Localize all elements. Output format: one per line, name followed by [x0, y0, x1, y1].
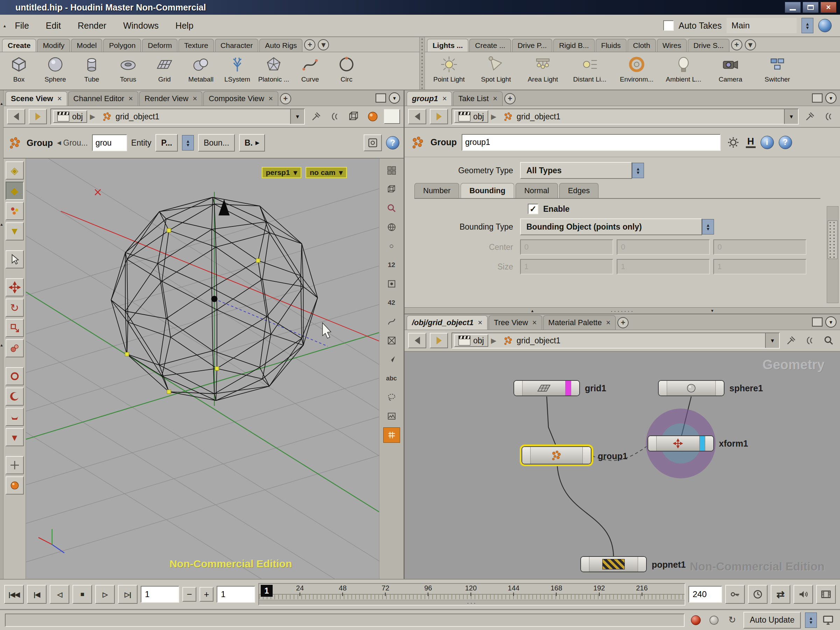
ruler-scrollbar[interactable]: ···: [259, 600, 685, 605]
path-root-button[interactable]: obj: [454, 334, 488, 347]
sculpt-tool[interactable]: [6, 387, 24, 406]
path-node-button[interactable]: grid_object1: [499, 334, 564, 347]
tool-ambient-light[interactable]: Ambient L...: [660, 54, 707, 83]
peak-tool[interactable]: ▾: [6, 428, 24, 446]
entity-type-dropdown[interactable]: P...: [155, 134, 178, 152]
pane-maximize-icon[interactable]: [812, 317, 823, 327]
tool-switcher[interactable]: Switcher: [754, 54, 801, 83]
bounding-type-dropdown[interactable]: Bounding Object (points only): [520, 218, 702, 235]
path-node-button[interactable]: grid_object1: [98, 110, 163, 123]
path-root-button[interactable]: obj: [454, 110, 488, 123]
node-group1[interactable]: [521, 446, 592, 464]
add-shelf-tab-icon[interactable]: +: [731, 39, 742, 51]
restore-button[interactable]: [802, 2, 819, 13]
pane-maximize-icon[interactable]: [812, 93, 823, 103]
path-dropdown-icon[interactable]: ▾: [290, 109, 304, 124]
shelf-tab-lights[interactable]: Lights ...: [427, 39, 468, 52]
interrupt-icon[interactable]: [689, 613, 703, 627]
camera-menu[interactable]: no cam ▾: [306, 167, 347, 178]
auto-takes-checkbox[interactable]: [663, 20, 674, 31]
end-frame-field[interactable]: [688, 586, 722, 603]
tab-network-path[interactable]: /obj/grid_object1 ×: [407, 315, 488, 330]
tool-metaball[interactable]: Metaball: [183, 54, 219, 83]
scene-viewport[interactable]: ◈ ◆ ▼ ↻ ▾: [3, 159, 404, 579]
take-spinner[interactable]: ▴▾: [802, 18, 813, 33]
close-button[interactable]: ×: [820, 2, 837, 13]
select-tool[interactable]: [6, 250, 24, 268]
path-node-button[interactable]: grid_object1: [499, 110, 564, 123]
breadcrumb[interactable]: ◀ Grou...: [57, 138, 88, 148]
profiles-icon[interactable]: [383, 314, 400, 329]
shelf-menu-icon[interactable]: ▾: [318, 39, 329, 51]
expression-language-button[interactable]: H: [746, 136, 756, 148]
recook-icon[interactable]: ↻: [725, 613, 739, 627]
close-icon[interactable]: ×: [532, 318, 537, 327]
recall-icon[interactable]: [327, 109, 343, 124]
recall-icon[interactable]: [802, 333, 818, 348]
render-flipbook-tool[interactable]: [6, 476, 24, 494]
tool-point-light[interactable]: Point Light: [426, 54, 472, 83]
path-control[interactable]: obj ▶ grid_object1 ▾: [452, 109, 799, 125]
menu-render[interactable]: Render: [70, 18, 114, 33]
shelf-tab-drive-p[interactable]: Drive P...: [512, 39, 553, 52]
close-icon[interactable]: ×: [57, 94, 62, 103]
shelf-tab-cloth[interactable]: Cloth: [628, 39, 656, 52]
path-control[interactable]: obj ▶ grid_object1 ▾: [51, 109, 305, 125]
tool-curve[interactable]: Curve: [292, 54, 328, 83]
display-flag[interactable]: [699, 436, 705, 451]
node-sphere1[interactable]: [658, 380, 725, 396]
close-icon[interactable]: ×: [193, 94, 197, 103]
display-options-icon[interactable]: [346, 109, 362, 124]
node-popnet1[interactable]: [580, 556, 647, 572]
tab-material-palette[interactable]: Material Palette ×: [543, 315, 616, 330]
cube-view-icon[interactable]: [383, 182, 400, 197]
close-icon[interactable]: ×: [606, 318, 610, 327]
folder-tab-number[interactable]: Number: [414, 183, 459, 198]
back-button[interactable]: [408, 333, 426, 348]
close-icon[interactable]: ×: [128, 94, 133, 103]
audio-button[interactable]: [793, 585, 813, 604]
add-pane-tab-icon[interactable]: +: [280, 93, 291, 104]
tab-render-view[interactable]: Render View ×: [139, 92, 202, 106]
menu-windows[interactable]: Windows: [115, 18, 166, 33]
decrement-frame-button[interactable]: −: [182, 587, 196, 602]
update-mode-spinner[interactable]: ▴▾: [805, 613, 817, 628]
go-start-button[interactable]: |◀◀: [4, 585, 24, 604]
tool-tube[interactable]: Tube: [74, 54, 110, 83]
titlebar[interactable]: untitled.hip - Houdini Master Non-Commer…: [0, 0, 840, 15]
marker-display-icon[interactable]: [383, 276, 400, 292]
menu-edit[interactable]: Edit: [38, 18, 69, 33]
forward-button[interactable]: [29, 109, 47, 124]
geometry-type-dropdown[interactable]: All Types: [520, 162, 632, 179]
selection-filter-tool[interactable]: ▼: [6, 222, 24, 240]
show-handles-tool[interactable]: ◈: [6, 161, 24, 180]
op-help-icon[interactable]: ?: [779, 136, 792, 149]
current-frame-marker[interactable]: 1: [261, 585, 273, 597]
tab-composite-view[interactable]: Composite View ×: [203, 92, 278, 106]
folder-tab-normal[interactable]: Normal: [516, 183, 558, 198]
flipbook-button[interactable]: [816, 585, 836, 604]
shelf-tab-auto-rigs[interactable]: Auto Rigs: [259, 39, 302, 52]
tool-box[interactable]: Box: [1, 54, 37, 83]
path-dropdown-icon[interactable]: ▾: [765, 333, 779, 348]
desktop-icon[interactable]: [821, 613, 835, 627]
shelf-tab-model[interactable]: Model: [71, 39, 102, 52]
grid-tile-icon[interactable]: [383, 427, 400, 443]
tool-options-button[interactable]: [364, 134, 382, 151]
scrollbar-grip[interactable]: [828, 221, 838, 259]
recall-icon[interactable]: [821, 109, 837, 124]
folder-tab-bounding[interactable]: Bounding: [461, 183, 514, 198]
shelf-tab-rigid[interactable]: Rigid B...: [553, 39, 594, 52]
prim-numbers-icon[interactable]: 42: [383, 295, 400, 311]
tool-grid[interactable]: Grid: [146, 54, 183, 83]
play-reverse-button[interactable]: ◁: [50, 585, 69, 604]
close-icon[interactable]: ×: [442, 94, 447, 103]
wire-shade-icon[interactable]: [383, 219, 400, 235]
splitter-down-icon[interactable]: ▾: [711, 308, 714, 313]
shelf-tab-polygon[interactable]: Polygon: [103, 39, 141, 52]
pane-menu-icon[interactable]: ▾: [389, 92, 400, 104]
add-pane-tab-icon[interactable]: +: [617, 317, 628, 328]
close-icon[interactable]: ×: [493, 94, 497, 103]
pin-icon[interactable]: [308, 109, 324, 124]
point-numbers-icon[interactable]: 12: [383, 257, 400, 273]
